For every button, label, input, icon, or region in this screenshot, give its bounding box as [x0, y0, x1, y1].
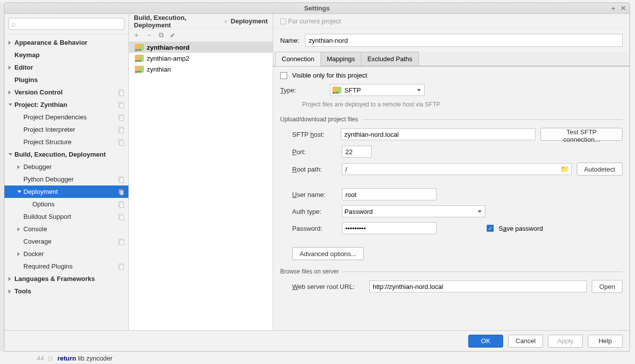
tree-item-label: Coverage	[23, 238, 51, 245]
tree-arrow-icon	[8, 103, 12, 106]
advanced-options-button[interactable]: Advanced options...	[292, 247, 364, 260]
tree-item-label: Languages & Frameworks	[14, 275, 95, 282]
breadcrumb: Build, Execution, Deployment › Deploymen…	[129, 14, 273, 29]
server-list: zynthian-nordzynthian-amp2zynthian	[129, 42, 273, 330]
host-input[interactable]	[341, 128, 535, 140]
tree-item-plugins[interactable]: Plugins	[4, 74, 128, 86]
tab-connection[interactable]: Connection	[275, 52, 321, 66]
tree-item-label: Required Plugins	[23, 263, 73, 270]
tree-item-required-plugins[interactable]: Required Plugins	[4, 260, 128, 273]
titlebar: Settings ＋ ✕	[4, 3, 630, 14]
test-connection-button[interactable]: Test SFTP connection...	[540, 128, 623, 141]
search-wrap	[4, 14, 128, 34]
upload-section-label: Upload/download project files	[280, 116, 623, 123]
auth-label: Auth type:	[292, 208, 337, 215]
project-scope-icon	[117, 139, 123, 145]
cancel-button[interactable]: Cancel	[508, 335, 543, 348]
user-label: User name:	[292, 191, 337, 198]
tree-item-buildout-support[interactable]: Buildout Support	[4, 210, 128, 223]
tree-item-build-execution-deployment[interactable]: Build, Execution, Deployment	[4, 148, 128, 161]
tree-item-options[interactable]: Options	[4, 198, 128, 210]
visible-only-checkbox[interactable]	[280, 72, 287, 79]
tree-item-python-debugger[interactable]: Python Debugger	[4, 173, 128, 185]
settings-sidebar: Appearance & BehaviorKeymapEditorPlugins…	[4, 14, 129, 330]
browse-section-label: Browse files on server	[280, 268, 623, 275]
remove-server-icon[interactable]: －	[146, 31, 153, 40]
project-scope-icon	[117, 189, 123, 195]
password-input[interactable]	[342, 222, 436, 234]
root-path-input[interactable]: /	[345, 166, 560, 173]
tree-item-tools[interactable]: Tools	[4, 285, 128, 297]
settings-tree: Appearance & BehaviorKeymapEditorPlugins…	[4, 34, 128, 330]
background-gutter	[0, 2, 4, 352]
tree-arrow-icon	[8, 289, 11, 293]
tree-item-label: Options	[32, 200, 55, 208]
apply-button[interactable]: Apply	[548, 335, 583, 348]
tree-item-project-dependencies[interactable]: Project Dependencies	[4, 111, 128, 123]
tree-item-keymap[interactable]: Keymap	[4, 49, 128, 61]
project-scope-icon	[117, 264, 123, 270]
type-select[interactable]: SFTP	[330, 84, 424, 96]
tree-item-appearance-behavior[interactable]: Appearance & Behavior	[4, 36, 128, 49]
help-button[interactable]: Help	[588, 335, 623, 348]
tree-item-label: Project: Zynthian	[14, 101, 67, 108]
add-server-icon[interactable]: ＋	[133, 31, 140, 40]
window-minimize-icon[interactable]: ＋	[610, 5, 617, 12]
tree-item-deployment[interactable]: Deployment	[4, 185, 128, 198]
open-button[interactable]: Open	[592, 280, 623, 293]
tree-arrow-icon	[8, 41, 11, 45]
server-item-zynthian-amp2[interactable]: zynthian-amp2	[129, 53, 273, 64]
username-input[interactable]	[342, 188, 436, 200]
window-body: Appearance & BehaviorKeymapEditorPlugins…	[4, 14, 630, 330]
name-input[interactable]	[305, 34, 623, 47]
server-item-zynthian[interactable]: zynthian	[129, 64, 273, 75]
tree-arrow-icon	[17, 252, 20, 256]
save-password-checkbox[interactable]: ✓	[487, 225, 494, 232]
project-scope-icon	[117, 177, 123, 182]
project-scope-icon	[117, 214, 123, 220]
sftp-icon	[332, 87, 341, 93]
tree-item-debugger[interactable]: Debugger	[4, 161, 128, 173]
ok-button[interactable]: OK	[468, 335, 503, 348]
port-input[interactable]	[342, 146, 372, 158]
tree-item-project-interpreter[interactable]: Project Interpreter	[4, 123, 128, 136]
tree-arrow-icon	[8, 91, 11, 94]
tree-item-coverage[interactable]: Coverage	[4, 235, 128, 248]
search-input[interactable]	[8, 18, 124, 30]
tree-item-project-structure[interactable]: Project Structure	[4, 136, 128, 148]
tab-excluded-paths[interactable]: Excluded Paths	[361, 52, 419, 66]
tree-item-label: Buildout Support	[23, 213, 71, 220]
tree-item-label: Debugger	[23, 163, 52, 171]
sftp-icon	[135, 66, 144, 73]
window-close-icon[interactable]: ✕	[620, 5, 627, 12]
type-label: Type:	[280, 87, 325, 94]
tree-item-label: Plugins	[14, 76, 38, 84]
host-label: SFTP host:	[292, 131, 336, 138]
main-pane: For current project Name: ConnectionMapp…	[273, 14, 630, 330]
tree-item-docker[interactable]: Docker	[4, 248, 128, 260]
autodetect-button[interactable]: Autodetect	[577, 163, 623, 176]
tree-item-label: Editor	[14, 64, 33, 71]
tab-mappings[interactable]: Mappings	[321, 52, 361, 66]
tree-item-languages-frameworks[interactable]: Languages & Frameworks	[4, 273, 128, 285]
connection-panel: Visible only for this project Type: SFTP…	[273, 66, 630, 330]
sftp-icon	[135, 55, 144, 62]
line-number: 44	[37, 355, 44, 362]
web-url-input[interactable]	[369, 280, 587, 292]
web-url-label: Web server root URL:	[292, 283, 364, 290]
set-default-icon[interactable]: ✔	[170, 31, 176, 39]
copy-server-icon[interactable]: ⧉	[159, 31, 164, 39]
tree-item-version-control[interactable]: Version Control	[4, 86, 128, 98]
tree-arrow-icon	[17, 165, 20, 169]
auth-type-select[interactable]: Password	[342, 205, 485, 217]
tree-item-project-zynthian[interactable]: Project: Zynthian	[4, 98, 128, 111]
tree-item-label: Appearance & Behavior	[14, 39, 88, 46]
port-label: Port:	[292, 148, 337, 156]
project-scope-icon	[117, 127, 123, 133]
tree-item-editor[interactable]: Editor	[4, 61, 128, 74]
tree-item-console[interactable]: Console	[4, 223, 128, 235]
server-item-zynthian-nord[interactable]: zynthian-nord	[129, 42, 273, 53]
tree-item-label: Project Structure	[23, 138, 72, 146]
folder-browse-icon[interactable]	[560, 166, 569, 173]
tree-arrow-icon	[17, 227, 20, 231]
